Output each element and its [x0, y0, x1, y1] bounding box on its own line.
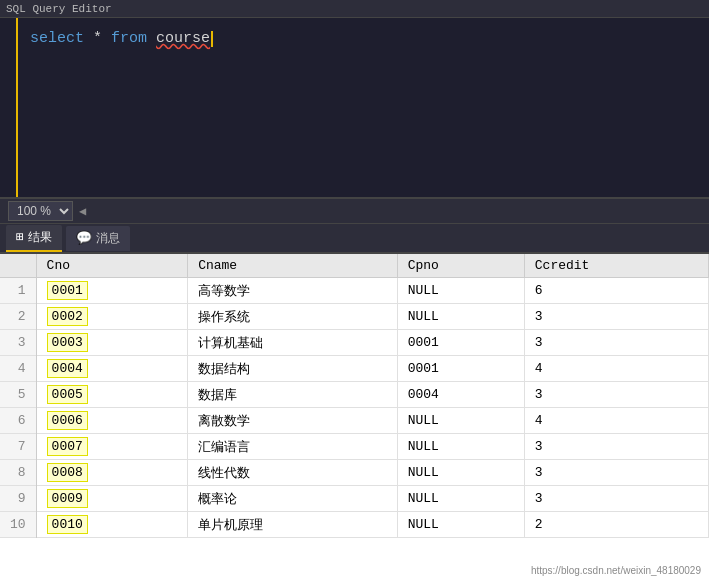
col-header-cpno: Cpno: [397, 254, 524, 278]
cell-cno: 0002: [36, 304, 188, 330]
cell-cname: 数据结构: [188, 356, 397, 382]
cell-rownum: 2: [0, 304, 36, 330]
table-row: 100010单片机原理NULL2: [0, 512, 709, 538]
code-line-1: select * from course: [30, 28, 697, 50]
cell-ccredit: 3: [524, 330, 708, 356]
col-header-cno: Cno: [36, 254, 188, 278]
line-number-1: [0, 28, 16, 50]
cell-cno: 0006: [36, 408, 188, 434]
cell-ccredit: 3: [524, 304, 708, 330]
col-header-rownum: [0, 254, 36, 278]
table-row: 60006离散数学NULL4: [0, 408, 709, 434]
tab-messages-label: 消息: [96, 230, 120, 247]
table-header-row: Cno Cname Cpno Ccredit: [0, 254, 709, 278]
cno-value: 0005: [47, 385, 88, 404]
cell-cno: 0004: [36, 356, 188, 382]
keyword-from: from: [111, 30, 147, 47]
cell-rownum: 4: [0, 356, 36, 382]
tab-messages[interactable]: 💬 消息: [66, 226, 130, 251]
cell-cno: 0005: [36, 382, 188, 408]
cell-cname: 线性代数: [188, 460, 397, 486]
cell-rownum: 8: [0, 460, 36, 486]
cno-value: 0006: [47, 411, 88, 430]
cell-ccredit: 3: [524, 486, 708, 512]
cell-ccredit: 4: [524, 408, 708, 434]
cno-value: 0009: [47, 489, 88, 508]
cell-cname: 离散数学: [188, 408, 397, 434]
table-row: 30003计算机基础00013: [0, 330, 709, 356]
table-row: 90009概率论NULL3: [0, 486, 709, 512]
cell-ccredit: 6: [524, 278, 708, 304]
cell-ccredit: 4: [524, 356, 708, 382]
cell-cname: 概率论: [188, 486, 397, 512]
cell-ccredit: 3: [524, 382, 708, 408]
cell-cpno: 0001: [397, 330, 524, 356]
cno-value: 0003: [47, 333, 88, 352]
keyword-select: select: [30, 30, 84, 47]
cell-ccredit: 2: [524, 512, 708, 538]
col-header-ccredit: Ccredit: [524, 254, 708, 278]
cell-cname: 数据库: [188, 382, 397, 408]
results-icon: ⊞: [16, 229, 24, 245]
tab-results-label: 结果: [28, 229, 52, 246]
cno-value: 0002: [47, 307, 88, 326]
cell-cpno: 0001: [397, 356, 524, 382]
cell-rownum: 3: [0, 330, 36, 356]
scroll-arrow[interactable]: ◀: [79, 204, 86, 219]
line-gutter: [0, 18, 18, 197]
cell-cpno: NULL: [397, 486, 524, 512]
cno-value: 0004: [47, 359, 88, 378]
col-header-cname: Cname: [188, 254, 397, 278]
cno-value: 0001: [47, 281, 88, 300]
cell-cpno: NULL: [397, 408, 524, 434]
cell-cname: 操作系统: [188, 304, 397, 330]
results-area[interactable]: Cno Cname Cpno Ccredit 10001高等数学NULL6200…: [0, 254, 709, 580]
cursor: [211, 31, 213, 47]
code-content[interactable]: select * from course: [18, 18, 709, 197]
cell-rownum: 9: [0, 486, 36, 512]
zoom-select[interactable]: 100 % 75 % 125 % 150 %: [8, 201, 73, 221]
messages-icon: 💬: [76, 230, 92, 246]
top-bar: SQL Query Editor: [0, 0, 709, 18]
cell-cno: 0007: [36, 434, 188, 460]
editor-area[interactable]: select * from course: [0, 18, 709, 198]
cell-cno: 0009: [36, 486, 188, 512]
table-row: 80008线性代数NULL3: [0, 460, 709, 486]
cell-rownum: 10: [0, 512, 36, 538]
cell-cname: 汇编语言: [188, 434, 397, 460]
bottom-section: ⊞ 结果 💬 消息 Cno Cname Cpno Ccredit: [0, 224, 709, 580]
cell-rownum: 5: [0, 382, 36, 408]
cell-ccredit: 3: [524, 460, 708, 486]
table-name: course: [156, 30, 210, 47]
results-table: Cno Cname Cpno Ccredit 10001高等数学NULL6200…: [0, 254, 709, 538]
cell-cpno: NULL: [397, 278, 524, 304]
table-row: 20002操作系统NULL3: [0, 304, 709, 330]
cell-cpno: NULL: [397, 512, 524, 538]
main-container: SQL Query Editor select * from course 10…: [0, 0, 709, 580]
cell-cname: 单片机原理: [188, 512, 397, 538]
operator-star: *: [93, 30, 111, 47]
cno-value: 0007: [47, 437, 88, 456]
cno-value: 0008: [47, 463, 88, 482]
tab-results[interactable]: ⊞ 结果: [6, 225, 62, 252]
cell-cpno: NULL: [397, 304, 524, 330]
cell-cname: 高等数学: [188, 278, 397, 304]
tabs-bar: ⊞ 结果 💬 消息: [0, 224, 709, 254]
cell-rownum: 7: [0, 434, 36, 460]
cno-value: 0010: [47, 515, 88, 534]
cell-cno: 0001: [36, 278, 188, 304]
cell-cpno: NULL: [397, 434, 524, 460]
cell-cno: 0008: [36, 460, 188, 486]
cell-cno: 0010: [36, 512, 188, 538]
table-row: 70007汇编语言NULL3: [0, 434, 709, 460]
table-row: 10001高等数学NULL6: [0, 278, 709, 304]
cell-cpno: 0004: [397, 382, 524, 408]
cell-cno: 0003: [36, 330, 188, 356]
cell-rownum: 1: [0, 278, 36, 304]
cell-rownum: 6: [0, 408, 36, 434]
cell-cpno: NULL: [397, 460, 524, 486]
topbar-text: SQL Query Editor: [6, 3, 112, 15]
table-body: 10001高等数学NULL620002操作系统NULL330003计算机基础00…: [0, 278, 709, 538]
table-row: 40004数据结构00014: [0, 356, 709, 382]
table-row: 50005数据库00043: [0, 382, 709, 408]
